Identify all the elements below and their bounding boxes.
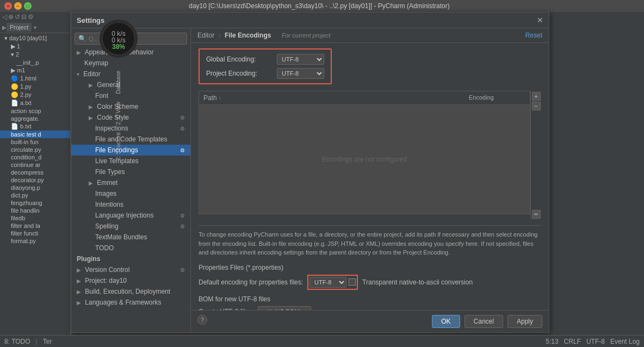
remove-row-button[interactable]: −: [532, 102, 541, 110]
project-header: ▶ Project ▾: [0, 22, 70, 33]
properties-encoding-box: UTF-8 UTF-16: [307, 275, 358, 290]
tree-item-builtin[interactable]: built-in fun: [0, 138, 70, 146]
content-header: Editor › File Encodings For current proj…: [191, 28, 549, 43]
window-controls[interactable]: × − □: [4, 2, 32, 10]
sidebar-category-plugins[interactable]: Plugins: [71, 253, 190, 264]
tree-item-format[interactable]: format.py: [0, 237, 70, 245]
sidebar-item-spelling[interactable]: Spelling ⚙: [71, 221, 190, 232]
minimize-button[interactable]: −: [14, 2, 22, 10]
project-encoding-select[interactable]: UTF-8 UTF-16 ISO-8859-1: [277, 68, 324, 79]
tree-item-dict[interactable]: dict.py: [0, 191, 70, 199]
titlebar: × − □ day10 [C:\Users\zd\Desktop\python_…: [0, 0, 644, 12]
close-button[interactable]: ×: [4, 2, 12, 10]
tree-item-filter[interactable]: filter and la: [0, 222, 70, 230]
settings-dialog: Settings ✕ 🔍 ▶ Appearance & Behavior Key…: [71, 12, 549, 333]
sidebar-item-emmet[interactable]: ▶ Emmet: [71, 177, 190, 188]
sidebar-item-textmatebundles[interactable]: TextMate Bundles: [71, 232, 190, 243]
tree-item-atxt[interactable]: 📄 a.txt: [0, 99, 70, 107]
breadcrumb: Editor › File Encodings For current proj…: [197, 32, 331, 39]
sidebar-item-editor[interactable]: ▾ Editor: [71, 69, 190, 79]
tree-item-decorator[interactable]: decorator.py: [0, 176, 70, 184]
sidebar-item-codestyle[interactable]: ▶ Code Style ⚙: [71, 112, 190, 123]
tree-item-filehandling[interactable]: file handlin: [0, 207, 70, 214]
sidebar-item-build[interactable]: ▶ Build, Execution, Deployment: [71, 286, 190, 297]
event-log[interactable]: Event Log: [610, 338, 640, 345]
sidebar-item-general[interactable]: ▶ General: [71, 79, 190, 90]
tree-item-day10[interactable]: ▾ day10 [day01]: [0, 34, 70, 42]
transparent-checkbox[interactable]: [349, 278, 356, 286]
arrow-icon: ▶: [77, 49, 81, 55]
tree-item-2py[interactable]: 🟡 2.py: [0, 91, 70, 99]
sidebar-item-project[interactable]: ▶ Project: day10: [71, 275, 190, 286]
tree-item-1[interactable]: ▶ 1: [0, 42, 70, 51]
project-label[interactable]: Project: [7, 23, 32, 32]
tree-item-btxt[interactable]: 📄 b.txt: [0, 122, 70, 131]
status-todo[interactable]: 8: TODO: [4, 338, 30, 345]
spelling-gear-icon: ⚙: [180, 224, 185, 230]
editor-arrow-icon: ▾: [77, 71, 79, 77]
settings-footer: ? OK Cancel Apply: [191, 310, 549, 332]
file-tree-panel: ◁ ⊕ ↺ ⊟ ⚙ ▶ Project ▾ ▾ day10 [day01] ▶ …: [0, 12, 71, 347]
reset-button[interactable]: Reset: [525, 32, 542, 39]
tree-item-fengzhuang[interactable]: fengzhuang: [0, 199, 70, 207]
file-tree: ▾ day10 [day01] ▶ 1 ▾ 2 __init_.p ▶ m1 🔵…: [0, 33, 70, 347]
add-row-button[interactable]: +: [532, 92, 541, 101]
tree-item-2[interactable]: ▾ 2: [0, 51, 70, 59]
help-button[interactable]: ?: [197, 315, 207, 325]
sidebar-item-intentions[interactable]: Intentions: [71, 199, 190, 210]
tree-item-decompress[interactable]: decompress: [0, 169, 70, 176]
sidebar-item-inspections[interactable]: Inspections ⚙: [71, 123, 190, 134]
tree-item-diaoyong[interactable]: diaoyong.p: [0, 184, 70, 191]
sidebar-item-versioncontrol[interactable]: ▶ Version Control ⚙: [71, 264, 190, 275]
sidebar-item-languageinjections[interactable]: Language Injections ⚙: [71, 210, 190, 221]
general-arrow-icon: ▶: [89, 82, 93, 88]
sidebar-item-fileencodings[interactable]: File Encodings ⚙: [71, 145, 190, 156]
tree-item-m1[interactable]: ▶ m1: [0, 66, 70, 75]
tree-item-1html[interactable]: 🔵 1.html: [0, 75, 70, 83]
tree-item-continue[interactable]: continue ar: [0, 161, 70, 169]
maximize-button[interactable]: □: [24, 2, 32, 10]
sidebar-item-languages[interactable]: ▶ Languages & Frameworks: [71, 297, 190, 308]
breadcrumb-current: File Encodings: [225, 32, 271, 39]
sidebar-item-todo[interactable]: TODO: [71, 243, 190, 253]
tree-item-circulate[interactable]: circulate.py: [0, 146, 70, 153]
tree-item-action[interactable]: action scop: [0, 107, 70, 115]
sidebar-item-images[interactable]: Images: [71, 188, 190, 199]
cancel-button[interactable]: Cancel: [465, 315, 503, 328]
vc-arrow-icon: ▶: [77, 267, 81, 273]
search-icon: 🔍: [78, 35, 86, 42]
languageinjections-gear-icon: ⚙: [180, 213, 185, 219]
tree-item-basictest[interactable]: basic test d: [0, 131, 70, 138]
lang-arrow-icon: ▶: [77, 300, 81, 306]
tree-item-aggregate[interactable]: aggregate.: [0, 115, 70, 122]
sidebar-item-colorscheme[interactable]: ▶ Color Scheme: [71, 101, 190, 112]
tree-item-init[interactable]: __init_.p: [0, 59, 70, 66]
global-encoding-select[interactable]: UTF-8 UTF-16 ISO-8859-1: [277, 54, 324, 65]
emmet-arrow-icon: ▶: [89, 180, 93, 186]
sidebar-item-font[interactable]: Font: [71, 90, 190, 101]
sidebar-item-livetemplates[interactable]: Live Templates: [71, 156, 190, 166]
sidebar-item-keymap[interactable]: Keymap: [71, 58, 190, 69]
tree-item-filedb[interactable]: filedb: [0, 214, 70, 222]
tree-item-condition[interactable]: condition_d: [0, 153, 70, 161]
colorscheme-arrow-icon: ▶: [89, 104, 93, 110]
encoding-table: Path ↑ Encoding Encodings are not config…: [199, 91, 530, 214]
sidebar-tab-cview[interactable]: 2: C View: [115, 102, 121, 125]
tree-item-1py[interactable]: 🟡 1.py: [0, 83, 70, 91]
sidebar-item-filetypes[interactable]: File Types: [71, 166, 190, 177]
path-column-header: Path ↑: [199, 93, 465, 103]
sidebar-item-filetemplates[interactable]: File and Code Templates: [71, 134, 190, 145]
bom-section-title: BOM for new UTF-8 files: [199, 295, 541, 303]
properties-encoding-select[interactable]: UTF-8 UTF-16: [309, 277, 346, 288]
sidebar-tab-database[interactable]: Database: [115, 71, 121, 94]
edit-row-button[interactable]: ✏: [532, 210, 541, 219]
breadcrumb-separator: ›: [219, 32, 221, 39]
create-utf8-select[interactable]: with NO BOM with BOM: [258, 306, 311, 311]
settings-close-icon[interactable]: ✕: [537, 16, 543, 24]
status-terminal[interactable]: Ter: [43, 338, 52, 345]
apply-button[interactable]: Apply: [507, 315, 542, 328]
ok-button[interactable]: OK: [432, 315, 460, 328]
for-current-project-note: For current project: [282, 32, 331, 39]
tree-item-filterfuncti[interactable]: filter functi: [0, 230, 70, 237]
sidebar-tab-structure[interactable]: 2: Structure: [115, 132, 121, 160]
